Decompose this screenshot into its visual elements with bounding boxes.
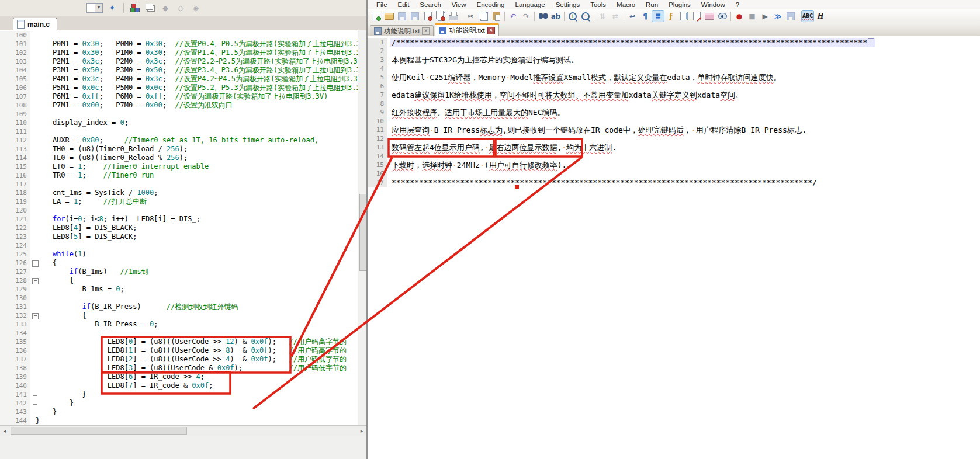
- monitoring-icon[interactable]: [716, 11, 728, 22]
- line-number: 139: [0, 373, 30, 381]
- folder-as-workspace-icon[interactable]: [704, 11, 715, 22]
- menu-encoding[interactable]: Encoding: [472, 1, 510, 8]
- npp-menubar: FileEditSearchViewEncodingLanguageSettin…: [368, 0, 980, 9]
- line-number: 16: [368, 169, 387, 178]
- cascade-windows-icon[interactable]: [144, 2, 156, 13]
- tab-main-c[interactable]: main.c: [13, 18, 57, 30]
- code-line: 124: [0, 241, 358, 250]
- paste-icon[interactable]: [490, 11, 502, 22]
- diamond-solid-icon[interactable]: ◆: [160, 2, 171, 13]
- code-line: 141 }: [0, 390, 358, 399]
- code-text: LED8[0] = (u8)((UserCode >> 12) & 0x0f);…: [36, 338, 347, 346]
- close-file-icon[interactable]: [422, 11, 434, 22]
- menu-plugins[interactable]: Plugins: [663, 1, 696, 8]
- line-number: 111: [0, 127, 30, 136]
- zoom-in-icon[interactable]: [567, 11, 579, 22]
- line-number: 104: [0, 66, 30, 75]
- toolbar-separator: [123, 3, 124, 13]
- menu-edit[interactable]: Edit: [393, 1, 415, 8]
- line-number: 130: [0, 294, 30, 302]
- line-number: 108: [0, 101, 30, 110]
- open-file-icon[interactable]: [383, 11, 395, 22]
- close-icon[interactable]: ×: [422, 27, 430, 35]
- code-line: 119 EA = 1; //打开总中断: [0, 197, 358, 206]
- macro-save-icon[interactable]: [785, 11, 797, 22]
- hex-editor-icon[interactable]: H: [815, 11, 826, 22]
- line-number: 114: [0, 154, 30, 162]
- document-switcher-icon[interactable]: [691, 11, 702, 22]
- toolbar-separator: [534, 12, 535, 21]
- code-line: 116 TR0 = 1; //Tiner0 run: [0, 171, 358, 180]
- macro-record-icon[interactable]: ●: [733, 11, 745, 22]
- toolbar-separator: [799, 12, 799, 21]
- replace-icon[interactable]: ab: [550, 11, 562, 22]
- redo-icon[interactable]: ↷: [520, 11, 532, 22]
- macro-run-multiple-icon[interactable]: ≫: [772, 11, 784, 22]
- save-file-icon[interactable]: [396, 11, 408, 22]
- code-text: TH0 = (u8)(Timer0_Reload / 256);: [36, 145, 188, 154]
- word-wrap-icon[interactable]: ↩: [626, 11, 638, 22]
- copy-icon[interactable]: [477, 11, 489, 22]
- macro-stop-icon[interactable]: ■: [746, 11, 758, 22]
- fold-collapse-icon[interactable]: −: [32, 260, 39, 267]
- scroll-left-arrow-icon[interactable]: ◂: [0, 428, 9, 434]
- line-number: 109: [0, 110, 30, 119]
- find-icon[interactable]: [537, 11, 549, 22]
- save-all-icon[interactable]: [409, 11, 421, 22]
- code-line: 130: [0, 294, 358, 302]
- scrollbar-thumb[interactable]: [11, 427, 187, 435]
- menu-run[interactable]: Run: [640, 1, 663, 8]
- diamond-mesh-icon[interactable]: ◈: [190, 2, 202, 13]
- menu-tools[interactable]: Tools: [585, 1, 611, 8]
- code-line: 102 P1M1 = 0x30; P1M0 = 0x30; //设置P1.4、P…: [0, 48, 358, 57]
- menu-window[interactable]: Window: [696, 1, 730, 8]
- keil-horizontal-scrollbar[interactable]: ◂ ▸: [0, 425, 366, 436]
- diamond-outline-icon[interactable]: ◇: [175, 2, 186, 13]
- scroll-right-arrow-icon[interactable]: ▸: [357, 428, 366, 434]
- code-text: P6M1 = 0xff; P6M0 = 0xff; //设置为漏极开路(实验箱加…: [36, 92, 328, 101]
- spell-check-icon[interactable]: ABC: [802, 11, 813, 22]
- zoom-out-icon[interactable]: [580, 11, 591, 22]
- show-indent-guide-icon[interactable]: ≣: [652, 11, 664, 22]
- cut-icon[interactable]: ✂: [465, 11, 476, 22]
- chevron-down-icon[interactable]: ▼: [95, 4, 102, 12]
- keil-vertical-scrollbar[interactable]: [358, 30, 366, 425]
- tab-2-active[interactable]: 功能说明.txt×: [435, 23, 498, 37]
- menu-view[interactable]: View: [446, 1, 472, 8]
- line-text: edata建议保留1K给堆栈使用，空间不够时可将大数组、不常用变量加xdata关…: [390, 91, 744, 99]
- document-map-icon[interactable]: [678, 11, 690, 22]
- undo-icon[interactable]: ↶: [507, 11, 519, 22]
- print-icon[interactable]: [448, 11, 459, 22]
- line-number: 112: [0, 136, 30, 145]
- code-text: P0M1 = 0x30; P0M0 = 0x30; //设置P0.4、P0.5为…: [36, 40, 358, 48]
- code-line: 105 P4M1 = 0x3c; P4M0 = 0x3c; //设置P4.2~P…: [0, 75, 358, 84]
- line-number: 143: [0, 408, 30, 416]
- sync-vertical-scroll-icon[interactable]: ⇅: [597, 11, 608, 22]
- menu-help[interactable]: ?: [730, 1, 744, 8]
- keil-window-bottom: [0, 436, 366, 459]
- code-text: P4M1 = 0x3c; P4M0 = 0x3c; //设置P4.2~P4.5为…: [36, 75, 358, 84]
- menu-macro[interactable]: Macro: [611, 1, 640, 8]
- magic-wand-icon[interactable]: ✦: [106, 2, 118, 13]
- select-target-dropdown[interactable]: ▼: [86, 3, 103, 13]
- menu-settings[interactable]: Settings: [550, 1, 586, 8]
- close-icon[interactable]: ×: [487, 27, 495, 34]
- keil-editor[interactable]: 100101 P0M1 = 0x30; P0M0 = 0x30; //设置P0.…: [0, 30, 358, 425]
- menu-file[interactable]: File: [371, 1, 393, 8]
- tab-1[interactable]: 功能说明.txt×: [370, 25, 434, 37]
- macro-play-icon[interactable]: ▶: [759, 11, 771, 22]
- menu-search[interactable]: Search: [414, 1, 446, 8]
- line-number: 8: [368, 99, 387, 108]
- colored-blocks-icon[interactable]: [129, 2, 141, 13]
- close-all-icon[interactable]: [435, 11, 446, 22]
- line-number: 15: [368, 161, 387, 169]
- code-text: }: [36, 408, 57, 416]
- show-all-characters-icon[interactable]: ¶: [639, 11, 651, 22]
- new-file-icon[interactable]: [370, 11, 382, 22]
- function-list-icon[interactable]: ƒ: [665, 11, 677, 22]
- fold-collapse-icon[interactable]: −: [32, 313, 39, 319]
- fold-collapse-icon[interactable]: −: [32, 278, 39, 284]
- npp-editor[interactable]: 1/**************************************…: [368, 36, 980, 459]
- menu-language[interactable]: Language: [510, 1, 550, 8]
- sync-horizontal-scroll-icon[interactable]: ⇄: [610, 11, 621, 22]
